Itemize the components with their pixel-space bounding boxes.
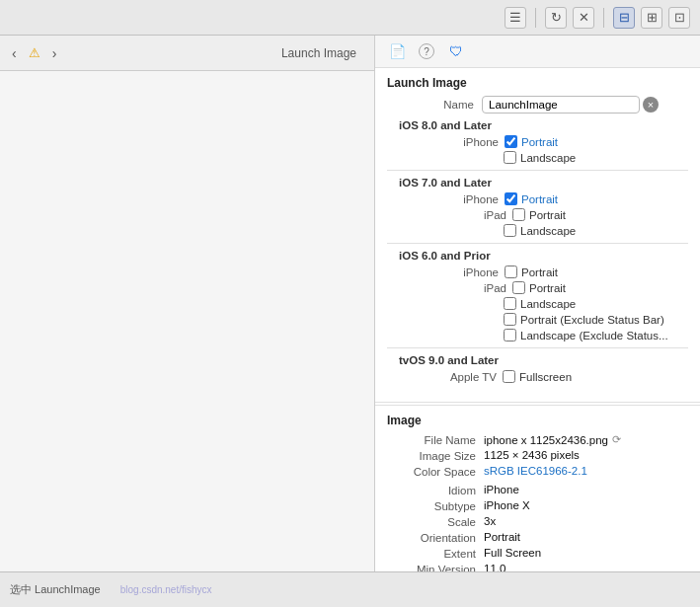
name-clear-button[interactable]: × xyxy=(643,97,659,113)
tvos90-fullscreen-label[interactable]: Fullscreen xyxy=(519,371,572,383)
ios70-ipad-portrait-row: iPad Portrait xyxy=(387,208,688,221)
idiom-label: Idiom xyxy=(387,484,476,496)
right-panel-header: 📄 ? 🛡 xyxy=(375,36,700,68)
ios70-section: iOS 7.0 and Later iPhone Portrait iPad P… xyxy=(387,170,688,237)
image-section-title: Image xyxy=(387,414,688,427)
back-button[interactable]: ‹ xyxy=(8,43,21,63)
ios60-title: iOS 6.0 and Prior xyxy=(387,250,688,262)
name-label: Name xyxy=(395,99,474,111)
ios60-iphone-portrait-row: iPhone Portrait xyxy=(387,266,688,278)
editor-icon[interactable]: ⊡ xyxy=(668,7,690,29)
filename-text: iphone x 1125x2436.png xyxy=(484,434,608,446)
ios60-iphone-label: iPhone xyxy=(444,266,499,278)
ios70-landscape-checkbox[interactable] xyxy=(504,224,516,237)
subtype-value: iPhone X xyxy=(484,499,530,511)
main-area: ‹ ⚠ › Launch Image 📄 ? 🛡 Launch Image Na… xyxy=(0,36,700,571)
ios70-ipad-portrait-checkbox[interactable] xyxy=(512,208,525,221)
ios60-ipad-portrait-checkbox[interactable] xyxy=(512,281,525,294)
ios60-iphone-portrait-checkbox[interactable] xyxy=(505,266,517,278)
watermark: blog.csdn.net/fishycx xyxy=(120,584,212,595)
imagesize-row: Image Size 1125 × 2436 pixels xyxy=(387,449,688,462)
ios70-ipad-label: iPad xyxy=(452,209,506,221)
ios70-landscape-row: Landscape xyxy=(387,224,688,237)
ios70-title: iOS 7.0 and Later xyxy=(387,177,688,189)
ios60-landscape-checkbox[interactable] xyxy=(504,297,516,310)
tvos90-appletv-row: Apple TV Fullscreen xyxy=(387,370,688,383)
ios80-landscape-checkbox[interactable] xyxy=(504,151,516,164)
extent-value: Full Screen xyxy=(484,547,541,559)
colorspace-value: sRGB IEC61966-2.1 xyxy=(484,465,587,477)
forward-button[interactable]: › xyxy=(48,43,61,63)
tvos90-title: tvOS 9.0 and Later xyxy=(387,354,688,366)
name-field-row: Name × xyxy=(387,96,688,114)
toolbar-separator-1 xyxy=(535,8,536,28)
nav-bar: ‹ ⚠ › Launch Image xyxy=(0,36,374,71)
launch-image-section: Launch Image Name × iOS 8.0 and Later iP… xyxy=(375,68,700,403)
ios60-ipad-label: iPad xyxy=(452,282,506,294)
ios60-landscape-exclude-label[interactable]: Landscape (Exclude Status... xyxy=(520,330,668,341)
subtype-label: Subtype xyxy=(387,499,476,512)
ios70-iphone-portrait-row: iPhone Portrait xyxy=(387,192,688,205)
minversion-row: Min Version 11.0 xyxy=(387,563,688,571)
ios80-title: iOS 8.0 and Later xyxy=(387,119,688,131)
imagesize-value: 1125 × 2436 pixels xyxy=(484,449,580,461)
launch-image-title: Launch Image xyxy=(387,76,688,90)
status-bar: 选中 LaunchImage blog.csdn.net/fishycx xyxy=(0,571,700,607)
ios80-iphone-label: iPhone xyxy=(444,136,499,148)
ios60-ipad-portrait-label[interactable]: Portrait xyxy=(529,282,566,294)
ios70-landscape-label[interactable]: Landscape xyxy=(520,225,576,237)
refresh-icon[interactable]: ↻ xyxy=(545,7,567,29)
stop-icon[interactable]: ✕ xyxy=(573,7,594,29)
filename-row: File Name iphone x 1125x2436.png ⟳ xyxy=(387,433,688,446)
scale-label: Scale xyxy=(387,515,476,528)
ios60-landscape-label[interactable]: Landscape xyxy=(520,298,576,310)
ios60-section: iOS 6.0 and Prior iPhone Portrait iPad P… xyxy=(387,243,688,341)
tvos90-fullscreen-checkbox[interactable] xyxy=(503,370,515,383)
ios80-iphone-portrait-row: iPhone Portrait xyxy=(387,135,688,148)
ios80-section: iOS 8.0 and Later iPhone Portrait Landsc… xyxy=(387,119,688,164)
orientation-row: Orientation Portrait xyxy=(387,531,688,544)
left-content xyxy=(0,71,374,571)
ios70-iphone-portrait-checkbox[interactable] xyxy=(505,192,517,205)
status-text: 选中 LaunchImage xyxy=(10,582,101,597)
split-vertical-icon[interactable]: ⊟ xyxy=(613,7,635,29)
ios60-landscape-exclude-checkbox[interactable] xyxy=(504,329,516,341)
filename-value: iphone x 1125x2436.png ⟳ xyxy=(484,433,621,446)
image-section: Image File Name iphone x 1125x2436.png ⟳… xyxy=(375,405,700,571)
tvos90-appletv-label: Apple TV xyxy=(432,371,497,383)
ios60-portrait-exclude-label[interactable]: Portrait (Exclude Status Bar) xyxy=(520,314,664,326)
warning-button[interactable]: ⚠ xyxy=(25,43,44,62)
ios60-landscape-row: Landscape xyxy=(387,297,688,310)
ios80-landscape-row: Landscape xyxy=(387,151,688,164)
tvos90-section: tvOS 9.0 and Later Apple TV Fullscreen xyxy=(387,347,688,390)
minversion-value: 11.0 xyxy=(484,563,506,571)
ios60-iphone-portrait-label[interactable]: Portrait xyxy=(521,266,558,278)
split-horizontal-icon[interactable]: ⊞ xyxy=(641,7,662,29)
ios80-iphone-portrait-checkbox[interactable] xyxy=(505,135,517,148)
ios70-iphone-portrait-label[interactable]: Portrait xyxy=(521,193,558,205)
list-icon[interactable]: ☰ xyxy=(505,7,526,29)
minversion-label: Min Version xyxy=(387,563,476,571)
ios60-landscape-exclude-row: Landscape (Exclude Status... xyxy=(387,329,688,341)
name-input[interactable] xyxy=(482,96,640,114)
subtype-row: Subtype iPhone X xyxy=(387,499,688,512)
colorspace-label: Color Space xyxy=(387,465,476,478)
help-icon[interactable]: ? xyxy=(419,43,434,59)
ios60-ipad-portrait-row: iPad Portrait xyxy=(387,281,688,294)
metadata-group: Idiom iPhone Subtype iPhone X Scale 3x O… xyxy=(387,484,688,571)
file-sync-icon[interactable]: ⟳ xyxy=(612,433,621,446)
orientation-value: Portrait xyxy=(484,531,520,543)
ios80-landscape-label[interactable]: Landscape xyxy=(520,152,576,164)
ios80-iphone-portrait-label[interactable]: Portrait xyxy=(521,136,558,148)
idiom-row: Idiom iPhone xyxy=(387,484,688,496)
extent-row: Extent Full Screen xyxy=(387,547,688,560)
colorspace-row: Color Space sRGB IEC61966-2.1 xyxy=(387,465,688,478)
ios70-ipad-portrait-label[interactable]: Portrait xyxy=(529,209,566,221)
filename-label: File Name xyxy=(387,433,476,446)
ios60-portrait-exclude-checkbox[interactable] xyxy=(504,313,516,326)
extent-label: Extent xyxy=(387,547,476,560)
shield-icon[interactable]: 🛡 xyxy=(446,41,466,61)
idiom-value: iPhone xyxy=(484,484,519,495)
scale-value: 3x xyxy=(484,515,496,527)
doc-icon[interactable]: 📄 xyxy=(387,41,407,61)
